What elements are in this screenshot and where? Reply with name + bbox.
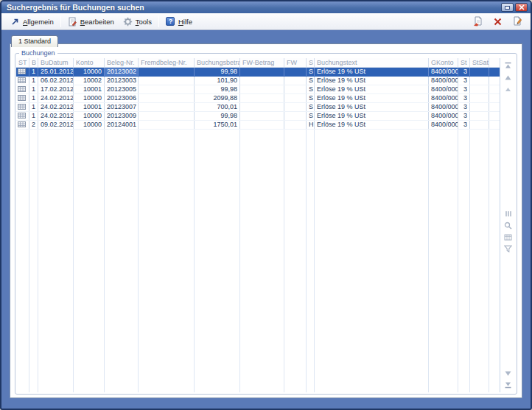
column-header-fremdbeleg-nr-[interactable]: Fremdbeleg-Nr.	[139, 58, 195, 67]
cell-beleg-nr-: 20124001	[105, 121, 139, 129]
column-header-buchungsbetrag-[interactable]: Buchungsbetrag €	[195, 58, 240, 67]
cell-budatum: 17.02.2012	[38, 85, 74, 93]
cell-buchungstext: Erlöse 19 % USt	[315, 68, 429, 76]
cell-st: 3	[458, 112, 470, 120]
table-row[interactable]: 117.02.2012100012012300599,98SErlöse 19 …	[16, 85, 500, 94]
column-header-filler	[489, 58, 500, 67]
row-type-icon	[16, 77, 29, 85]
cell-b: 1	[29, 85, 38, 93]
cell-konto: 10002	[74, 77, 105, 85]
cell-fw-betrag	[240, 103, 284, 111]
cell-stsatz	[470, 103, 489, 111]
menu-separator	[158, 16, 159, 27]
search-icon[interactable]	[503, 220, 514, 230]
cell-st: 3	[458, 77, 470, 85]
column-header-budatum[interactable]: BuDatum	[38, 58, 74, 67]
table-row[interactable]: 124.02.2012100002012300999,98SErlöse 19 …	[16, 112, 500, 121]
menu-bar: Allgemein Bearbeiten Tools ? Hilfe	[1, 13, 531, 30]
delete-icon[interactable]	[492, 16, 503, 27]
cell-buchungsbetrag-: 700,01	[195, 103, 240, 111]
table-row[interactable]: 106.02.20121000220123003101,90SErlöse 19…	[16, 77, 500, 85]
table-row[interactable]: 124.02.201210000201230062099,88SErlöse 1…	[16, 94, 500, 103]
cell-buchungstext: Erlöse 19 % USt	[315, 103, 429, 111]
table-row[interactable]: 125.01.2012100002012300299,98SErlöse 19 …	[16, 68, 500, 77]
document-export-icon[interactable]	[472, 16, 483, 27]
page-up-icon[interactable]	[503, 84, 514, 94]
row-type-icon	[16, 94, 29, 102]
document-edit-icon[interactable]	[512, 16, 523, 27]
buchungen-groupbox: Buchungen STBBuDatumKontoBeleg-Nr.Fremdb…	[15, 49, 517, 395]
cell-stsatz	[470, 68, 489, 76]
move-to-bottom-icon[interactable]	[503, 380, 514, 390]
column-header-s[interactable]: S	[307, 58, 315, 67]
cell-konto: 10000	[74, 121, 105, 129]
cell-fw-betrag	[240, 112, 284, 120]
cell-buchungstext: Erlöse 19 % USt	[315, 112, 429, 120]
cell-fremdbeleg-nr-	[139, 77, 195, 85]
close-button[interactable]	[515, 3, 528, 12]
cell-buchungsbetrag-: 99,98	[195, 85, 240, 93]
cell-filler	[489, 77, 500, 85]
move-up-icon[interactable]	[503, 72, 514, 82]
menu-allgemein[interactable]: Allgemein	[6, 15, 58, 28]
tab-standard[interactable]: 1 Standard	[11, 35, 58, 47]
cell-gkonto: 8400/000	[429, 68, 458, 76]
cell-fw-betrag	[240, 85, 284, 93]
menu-hilfe[interactable]: ? Hilfe	[161, 15, 197, 28]
menu-tools[interactable]: Tools	[119, 15, 156, 28]
column-header-buchungstext[interactable]: Buchungstext	[315, 58, 429, 67]
cell-s: S	[307, 77, 315, 85]
column-header-gkonto[interactable]: GKonto	[429, 58, 458, 67]
cell-beleg-nr-: 20123002	[105, 68, 139, 76]
cell-konto: 10001	[74, 85, 105, 93]
cell-fremdbeleg-nr-	[139, 94, 195, 102]
cell-s: S	[307, 68, 315, 76]
cell-stsatz	[470, 112, 489, 120]
column-header-beleg-nr-[interactable]: Beleg-Nr.	[105, 58, 139, 67]
columns-icon[interactable]	[503, 208, 514, 219]
cell-fremdbeleg-nr-	[139, 112, 195, 120]
move-down-icon[interactable]	[503, 368, 514, 378]
filler-column	[489, 130, 500, 392]
column-header-st[interactable]: St	[458, 58, 470, 67]
filler-column	[315, 130, 429, 392]
cell-fremdbeleg-nr-	[139, 103, 195, 111]
filler-column	[240, 130, 284, 392]
filler-column	[458, 130, 470, 392]
table-row[interactable]: 124.02.20121000120123007700,01SErlöse 19…	[16, 103, 500, 112]
row-type-icon	[16, 85, 29, 93]
cell-fw-betrag	[240, 68, 284, 76]
cell-filler	[489, 121, 500, 129]
cell-buchungsbetrag-: 2099,88	[195, 94, 240, 102]
cell-b: 1	[29, 68, 38, 76]
cell-fw	[284, 121, 307, 129]
menu-label: Allgemein	[23, 18, 54, 26]
cell-stsatz	[470, 85, 489, 93]
title-bar[interactable]: Suchergebnis für Buchungen suchen	[1, 1, 531, 13]
cell-filler	[489, 103, 500, 111]
close-icon	[519, 4, 525, 10]
column-header-b[interactable]: B	[29, 58, 38, 67]
restore-icon	[505, 6, 510, 10]
column-header-konto[interactable]: Konto	[74, 58, 105, 67]
restore-button[interactable]	[501, 3, 514, 12]
menu-separator	[60, 16, 61, 27]
column-header-fw-betrag[interactable]: FW-Betrag	[240, 58, 284, 67]
cell-st: 3	[458, 121, 470, 129]
table-row[interactable]: 209.02.201210000201240011750,01HErlöse 1…	[16, 121, 500, 130]
table-icon[interactable]	[503, 232, 514, 242]
groupbox-label: Buchungen	[19, 49, 57, 57]
help-icon: ?	[166, 17, 175, 26]
cell-b: 1	[29, 112, 38, 120]
move-to-top-icon[interactable]	[503, 60, 514, 71]
column-header-fw[interactable]: FW	[284, 58, 307, 67]
column-header-stsatz[interactable]: StSatz	[470, 58, 489, 67]
menu-bearbeiten[interactable]: Bearbeiten	[63, 15, 119, 28]
cell-st: 3	[458, 85, 470, 93]
cell-filler	[489, 85, 500, 93]
cell-b: 1	[29, 94, 38, 102]
filter-icon[interactable]	[503, 244, 514, 254]
cell-beleg-nr-: 20123007	[105, 103, 139, 111]
column-header-st[interactable]: ST	[16, 58, 29, 67]
cell-s: S	[307, 94, 315, 102]
